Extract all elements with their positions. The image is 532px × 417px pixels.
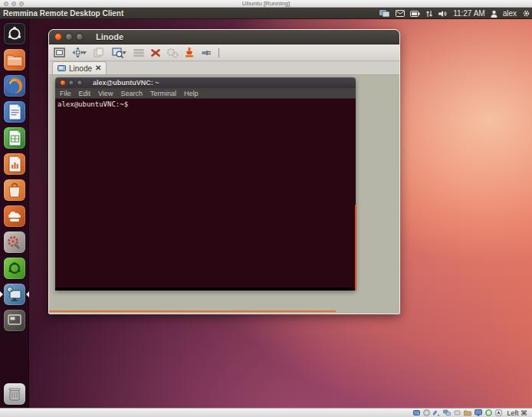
tab-label: Linode xyxy=(69,64,92,73)
launcher-running-arrow xyxy=(0,291,3,297)
launcher-item-ubuntu-one[interactable] xyxy=(4,205,25,227)
shell-prompt: alex@ubuntuVNC:~$ xyxy=(57,100,128,108)
displays-indicator-icon[interactable] xyxy=(379,10,390,18)
battery-indicator-icon[interactable] xyxy=(410,11,420,17)
host-window-title: Ubuntu [Running] xyxy=(0,0,532,8)
launcher-item-remmina[interactable] xyxy=(4,284,25,305)
virtualbox-host-window: Ubuntu [Running] Remmina Remote Desktop … xyxy=(0,0,532,417)
unity-launcher xyxy=(0,19,29,408)
launcher-item-workspace-switcher[interactable] xyxy=(4,310,25,331)
remmina-window-title: Linode xyxy=(96,32,123,41)
menu-edit[interactable]: Edit xyxy=(79,90,91,97)
remmina-minimize-button[interactable] xyxy=(65,33,73,41)
terminal-window-title: alex@ubuntuVNC: ~ xyxy=(93,79,159,87)
messages-indicator-icon[interactable] xyxy=(396,10,405,17)
host-key-label: Left ⌘ xyxy=(507,409,527,417)
tab-linode[interactable]: Linode ✕ xyxy=(52,61,107,74)
toolbar-separator xyxy=(218,48,219,57)
launcher-item-libreoffice-calc[interactable] xyxy=(4,127,25,149)
remmina-maximize-button[interactable] xyxy=(76,33,84,41)
vbox-usb-icon[interactable] xyxy=(454,409,461,416)
plug-icon[interactable] xyxy=(200,47,212,59)
fit-window-icon[interactable] xyxy=(70,47,88,59)
unity-top-panel: Remmina Remote Desktop Client 11:27 AM a… xyxy=(0,8,532,19)
session-gear-icon[interactable] xyxy=(522,9,530,18)
launcher-focused-arrow xyxy=(26,291,29,297)
terminal-edge-artifact xyxy=(355,205,356,291)
menu-search[interactable]: Search xyxy=(120,90,143,97)
clock-indicator[interactable]: 11:27 AM xyxy=(453,9,485,18)
scaled-mode-icon[interactable] xyxy=(110,47,128,59)
vbox-recording-icon[interactable] xyxy=(485,409,492,416)
tab-screen-icon xyxy=(57,65,66,72)
tab-close-icon[interactable]: ✕ xyxy=(95,64,101,72)
host-titlebar: Ubuntu [Running] xyxy=(0,0,532,8)
vbox-display-icon[interactable] xyxy=(475,409,482,416)
vbox-mouse-icon[interactable] xyxy=(495,409,502,416)
vbox-sharedfolders-icon[interactable] xyxy=(464,409,471,416)
launcher-item-libreoffice-impress[interactable] xyxy=(4,153,25,175)
remote-desktop-viewport[interactable]: alex@ubuntuVNC: ~ File Edit View Search … xyxy=(49,75,399,314)
fullscreen-icon[interactable] xyxy=(53,47,65,59)
vbox-cd-icon[interactable] xyxy=(423,409,430,416)
terminal-menubar: File Edit View Search Terminal Help xyxy=(55,88,356,99)
terminal-close-button[interactable] xyxy=(60,80,66,86)
terminal-titlebar[interactable]: alex@ubuntuVNC: ~ xyxy=(55,77,356,88)
duplicate-tab-icon[interactable] xyxy=(93,47,105,59)
vbox-hdd-icon[interactable] xyxy=(413,409,420,416)
tools-icon[interactable] xyxy=(149,47,162,59)
grab-keyboard-icon[interactable] xyxy=(133,47,145,59)
username-indicator[interactable]: alex xyxy=(503,9,517,18)
launcher-item-dash-home[interactable] xyxy=(4,23,25,44)
terminal-output[interactable]: alex@ubuntuVNC:~$ xyxy=(55,99,356,291)
remmina-tabbar: Linode ✕ xyxy=(49,61,399,75)
terminal-maximize-button[interactable] xyxy=(77,80,83,86)
menu-view[interactable]: View xyxy=(98,90,113,97)
network-indicator-icon[interactable] xyxy=(425,10,433,18)
active-app-title: Remmina Remote Desktop Client xyxy=(3,9,123,18)
menu-file[interactable]: File xyxy=(60,90,71,97)
vbox-statusbar: Left ⌘ xyxy=(0,408,532,417)
launcher-item-firefox[interactable] xyxy=(4,75,25,97)
launcher-item-home-folder[interactable] xyxy=(4,49,25,71)
menu-terminal[interactable]: Terminal xyxy=(150,90,176,97)
launcher-item-software-center[interactable] xyxy=(4,179,25,201)
terminal-minimize-button[interactable] xyxy=(68,80,74,86)
settings-gears-icon[interactable] xyxy=(166,47,179,59)
launcher-item-green-app[interactable] xyxy=(4,258,25,279)
launcher-item-trash[interactable] xyxy=(4,383,25,405)
vbox-network-icon[interactable] xyxy=(443,409,451,416)
remmina-close-button[interactable] xyxy=(54,33,62,41)
launcher-item-system-settings[interactable] xyxy=(4,231,25,253)
remmina-titlebar[interactable]: Linode xyxy=(49,30,399,44)
vbox-audio-icon[interactable] xyxy=(433,409,440,416)
fit-window-dropdown[interactable] xyxy=(82,51,87,54)
menu-help[interactable]: Help xyxy=(184,90,199,97)
volume-indicator-icon[interactable] xyxy=(438,10,448,18)
remote-terminal-window: alex@ubuntuVNC: ~ File Edit View Search … xyxy=(55,77,356,291)
user-indicator-icon[interactable] xyxy=(491,10,498,18)
remote-wallpaper-strip xyxy=(49,310,336,312)
disconnect-icon[interactable] xyxy=(183,47,195,59)
scaled-mode-dropdown[interactable] xyxy=(122,51,126,54)
remmina-toolbar xyxy=(49,44,399,61)
remmina-window: Linode xyxy=(48,29,400,314)
launcher-item-libreoffice-writer[interactable] xyxy=(4,101,25,123)
